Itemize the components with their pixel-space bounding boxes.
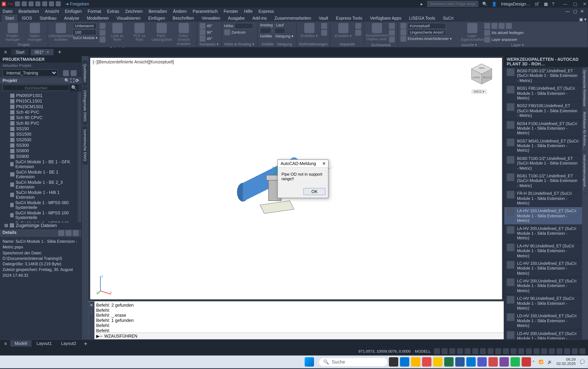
project-search-input[interactable] — [2, 84, 69, 91]
tree-item[interactable]: Sch 80 CPVC — [2, 115, 76, 120]
visibility-tool3-icon[interactable] — [389, 37, 395, 42]
windows-search[interactable]: 🔍 Suche — [319, 358, 387, 366]
pm-search-icon[interactable]: 🔍 — [64, 78, 69, 83]
layer-tool1-icon[interactable] — [484, 23, 490, 29]
cmd-handle-icon[interactable]: ⋮ — [89, 309, 94, 314]
palette-item[interactable]: BG61 T100-1/2",Undefined_ET (SuCri Modul… — [504, 172, 582, 190]
model-space-button[interactable]: MODELL — [415, 349, 430, 353]
help-icon[interactable]: ? — [552, 1, 555, 6]
layer-tool4-icon[interactable] — [506, 23, 512, 29]
pm-tool1-icon[interactable] — [63, 70, 69, 76]
palette-item[interactable]: LD-HV 150,Undefined_ET (SuCri Module 1 -… — [504, 312, 582, 330]
cart-icon[interactable]: 🛒 — [535, 1, 540, 6]
visibility-tool2-icon[interactable] — [389, 30, 395, 36]
tb-app1-icon[interactable] — [433, 357, 442, 367]
palette-list[interactable]: BG50 F100-1/2",Undefined_ET (SuCri Modul… — [504, 67, 582, 339]
palette-item[interactable]: LC-HV 200,Undefined_ET (SuCri Module 1 -… — [504, 277, 582, 295]
ausgeblendete-button[interactable]: Ausgeblendete Objekte einbl. — [367, 23, 387, 41]
size-input[interactable] — [73, 29, 97, 35]
ribbon-group-hoehe[interactable]: Höhe & Routing ▾ — [224, 42, 254, 46]
palette-item[interactable]: LC-HV 90,Undefined_ET (SuCri Module 1 - … — [504, 295, 582, 312]
menu-fenster[interactable]: Fenster — [224, 9, 238, 13]
ribbon-tab-isos[interactable]: ISOS — [18, 14, 35, 22]
maximize-button[interactable]: ▢ — [573, 1, 577, 6]
view-icon[interactable] — [400, 29, 406, 35]
tree-item[interactable]: SuCri Module 1 - MPSS 140 Systemteile — [2, 220, 76, 222]
tb-notifications-icon[interactable]: 💬 — [580, 360, 585, 364]
palette-tab-dynamic[interactable]: Dynamische Rohrklasse — [582, 67, 587, 109]
status-polar-icon[interactable] — [457, 348, 463, 354]
rohr-tool2-icon[interactable] — [321, 30, 327, 36]
route-tool2-icon[interactable] — [99, 30, 105, 36]
visibility-tool1-icon[interactable] — [389, 23, 395, 29]
ribbon-tab-ausgabe[interactable]: Ausgabe — [225, 14, 248, 22]
status-3dosnap-icon[interactable] — [472, 348, 478, 354]
doc-restore-icon[interactable]: ▢ — [573, 9, 577, 13]
menu-aendern[interactable]: Ändern — [173, 9, 187, 13]
ribbon-group-kompass[interactable]: Kompass ▾ — [200, 42, 219, 46]
palette-item[interactable]: LA-HV 200,Undefined_ET (SuCri Module 1 -… — [504, 225, 582, 242]
zugehoerige-dateien[interactable]: ⊞Zugehörige Dateien — [0, 222, 81, 229]
tree-item[interactable]: PN09SP1S01 — [2, 93, 76, 98]
gefaelle-dropdown[interactable]: Gefälle · Steigung ▾ — [260, 34, 294, 38]
menu-express[interactable]: Express — [258, 9, 274, 13]
tb-app2-icon[interactable] — [488, 357, 498, 367]
layer-anpassen-icon[interactable] — [484, 37, 490, 42]
status-units-icon[interactable] — [549, 348, 555, 354]
qat-save-icon[interactable] — [29, 1, 34, 6]
pm-refresh-icon[interactable]: ⟳ — [75, 78, 79, 83]
palette-item[interactable]: BG51 F80,Undefined_ET (SuCri Module 1 - … — [504, 85, 582, 102]
tb-wifi-icon[interactable]: 📶 — [539, 360, 543, 364]
tree-scrollbar[interactable] — [78, 92, 81, 222]
daten-manager-button[interactable]: Daten- manager — [25, 23, 45, 42]
tree-item[interactable]: SuCri Module 1 - MPSS 060 Systemteile — [2, 200, 76, 210]
ribbon-tab-stahlbau[interactable]: Stahlbau — [36, 14, 60, 22]
doc-minimize-icon[interactable]: — — [566, 9, 570, 13]
layer-tool3-icon[interactable] — [499, 23, 505, 29]
anstieg-input[interactable] — [260, 28, 271, 34]
menu-format[interactable]: Format — [88, 9, 101, 13]
cmd-close-icon[interactable]: ✕ — [90, 302, 93, 308]
menu-einfuegen[interactable]: Einfügen — [65, 9, 82, 13]
tb-autocad-icon[interactable] — [522, 357, 531, 367]
viewport-label[interactable]: [−][Benutzerdefinierte Ansicht][Konzeptu… — [93, 60, 174, 64]
pm-filter-icon[interactable]: ⛶ — [70, 78, 74, 83]
layout-tab-layout1[interactable]: Layout1 — [32, 340, 56, 347]
windows-start-icon[interactable] — [304, 357, 314, 367]
palette-item[interactable]: LD-HV 200,Undefined_ET (SuCri Module 1 -… — [504, 330, 582, 339]
palette-item[interactable]: BG57 MS41,Undefined_ET (SuCri Module 1 -… — [504, 137, 582, 155]
menu-datei[interactable]: Datei — [2, 9, 12, 13]
doc-tab-file[interactable]: 001*✕ — [31, 49, 54, 55]
qat-plot-icon[interactable] — [42, 1, 47, 6]
palette-tab-rohma[interactable]: Rohrklasse für Rohma… — [582, 109, 587, 152]
status-tpy-icon[interactable] — [503, 348, 509, 354]
leitungsverlauf-button[interactable]: Leitungsverlauf erstellen — [51, 23, 71, 42]
menu-bearbeiten[interactable]: Bearbeiten — [19, 9, 39, 13]
palette-item[interactable]: LC-HV 150,Undefined_ET (SuCri Module 1 -… — [504, 260, 582, 277]
ribbon-tab-start[interactable]: Start — [2, 14, 17, 22]
apps-icon[interactable]: ▦ — [544, 1, 548, 6]
ribbon-tab-express-tools[interactable]: Express Tools — [333, 14, 366, 22]
visual-style-icon[interactable] — [400, 23, 406, 29]
user-icon[interactable]: 👤 — [492, 1, 497, 6]
compass-45-icon[interactable] — [200, 23, 205, 29]
status-qp-icon[interactable] — [511, 348, 516, 354]
pcf-zu-rohr-button[interactable]: PCF zu Rohr — [129, 23, 149, 42]
tb-edge-icon[interactable] — [400, 357, 409, 367]
lauf-input[interactable] — [275, 28, 286, 34]
pm-tool2-icon[interactable] — [71, 70, 77, 76]
status-monitor-icon[interactable] — [541, 348, 547, 354]
route-tool-icon[interactable] — [99, 23, 105, 29]
tree-item[interactable]: SS900 — [2, 154, 76, 159]
status-grid-icon[interactable] — [434, 348, 440, 354]
viewport-icon[interactable] — [400, 36, 406, 42]
tb-explorer-icon[interactable] — [411, 357, 420, 367]
tb-excel-icon[interactable] — [444, 357, 453, 367]
layout-tab-layout2[interactable]: Layout2 — [57, 340, 80, 347]
details-tool3-icon[interactable] — [73, 230, 79, 236]
ribbon-tab-add-ins[interactable]: Add-ins — [249, 14, 270, 22]
details-tool2-icon[interactable] — [65, 230, 72, 236]
tree-item[interactable]: SS150 — [2, 126, 76, 131]
ribbon-tab-zusammenarbeiten[interactable]: Zusammenarbeiten — [271, 14, 315, 22]
tb-taskview-icon[interactable] — [389, 357, 398, 367]
